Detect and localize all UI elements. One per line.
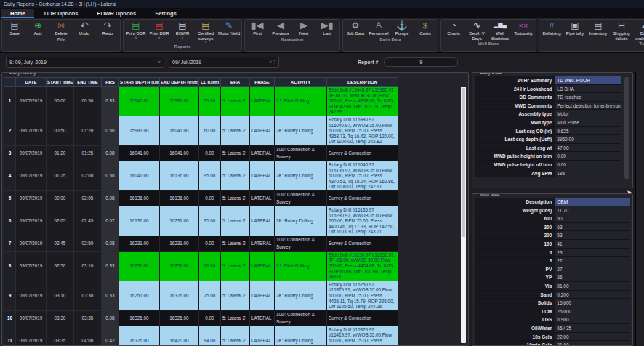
cell-10[interactable]: 2K: Rotary Drilling [275,116,327,145]
cell-9[interactable]: LATERAL [250,190,275,206]
depth-v-days-button[interactable]: ∿Depth V Days [465,20,488,41]
cell-5[interactable]: 16326.00 [119,326,160,346]
cell-4[interactable]: 0.50 [102,116,119,145]
cell-10[interactable]: 2K: Rotary Drilling [275,161,327,190]
mud-data-value-600[interactable]: 90 [555,214,630,222]
cell-10[interactable]: 10D: Connection & Survey [275,190,327,206]
mud-data-value-6[interactable]: 23 [555,249,630,257]
cell-4[interactable]: 0.08 [102,310,119,326]
mud-data-value-300[interactable]: 63 [555,223,630,231]
cell-3[interactable]: 01:20 [74,116,102,145]
daily-data-value-avg-spm[interactable]: 195 [555,169,621,177]
daily-data-value-mwd-pulse-height-off-btm[interactable]: 0.00 [555,161,621,169]
mud-data-value-vis[interactable]: 81.00 [555,282,630,290]
pumps-button[interactable]: ⚓Pumps [390,20,414,36]
cell-8[interactable]: 5: Lateral 2 [221,206,250,236]
cell-11[interactable]: Slide Drill f/16230.97 t/16250.97, TF -9… [327,251,398,281]
mud-data-value-description[interactable]: OBM [555,198,630,206]
redo-button[interactable]: ↷Redo [96,20,119,36]
daily-data-value-last-csg-od-in[interactable]: 9.625 [555,127,621,135]
table-scrollbar[interactable] [461,86,466,343]
cell-8[interactable]: 5: Lateral 2 [221,251,250,281]
column-header-end-time[interactable]: END TIME [74,78,102,86]
cell-0[interactable]: 4 [4,161,16,190]
cell-11[interactable]: Rotary Drill f/16250.97 t/16325.97, w/WO… [327,281,398,310]
shipping-tickets-button[interactable]: ⊟Shipping tickets [610,20,633,41]
tortuosity-button[interactable]: ××Tortuosity [512,20,535,36]
cell-8[interactable]: 5: Lateral 2 [221,190,250,206]
cell-5[interactable]: 16041.00 [119,145,160,161]
date-spinner[interactable]: 09/ Jul /2019 ˅ ▴▾ [169,57,279,68]
cell-2[interactable]: 01:25 [47,161,74,190]
cell-10[interactable]: 2K: Rotary Drilling [275,326,327,346]
cell-2[interactable]: 03:10 [47,281,74,310]
cell-1[interactable]: 09/07/2019 [16,161,47,190]
eowr-button[interactable]: ▤EOWR˅ [171,20,194,39]
cell-6[interactable]: 16326.00 [160,310,199,326]
report-number-input[interactable]: 9 [384,57,458,67]
cell-3[interactable]: 02:45 [74,206,102,236]
cell-3[interactable]: 01:25 [74,145,102,161]
cell-3[interactable]: 03:35 [74,310,102,326]
cell-5[interactable]: 15946.00 [119,86,160,116]
cell-1[interactable]: 09/07/2019 [16,145,47,161]
cell-2[interactable]: 02:00 [47,190,74,206]
cell-2[interactable]: 02:05 [47,206,74,236]
inventory-button[interactable]: ▤Inventory [587,20,610,36]
cell-5[interactable]: 15981.00 [119,116,160,145]
daily-data-value-last-csg-wt[interactable]: 47.00 [555,144,621,152]
mud-data-value-100[interactable]: 41 [555,240,630,248]
tab-settings[interactable]: Settings [146,9,185,18]
drillstring-button[interactable]: //Drillstring [540,20,563,36]
cell-11[interactable]: Rotary Drill f/15980.97 t/16040.97, w/WO… [327,116,398,145]
cell-4[interactable]: 0.33 [102,281,119,310]
cell-9[interactable]: LATERAL [250,310,275,326]
cell-6[interactable]: 16136.00 [160,190,199,206]
cell-4[interactable]: 0.67 [102,206,119,236]
mud-data-value-200[interactable]: 53 [555,231,630,239]
cell-1[interactable]: 09/07/2019 [16,86,47,116]
save-button[interactable]: ▤Save [3,20,26,36]
mud-data-value-pv[interactable]: 27 [555,265,630,273]
cell-2[interactable]: 00:50 [47,116,74,145]
cell-1[interactable]: 09/07/2019 [16,281,47,310]
previous-button[interactable]: ◀Previous [269,20,292,36]
charts-button[interactable]: ◔Charts [442,20,465,36]
cell-10[interactable]: 10D: Connection & Survey [275,145,327,161]
cell-9[interactable]: LATERAL [250,251,275,281]
cell-7[interactable]: 35.00 [199,86,221,116]
cell-10[interactable]: 2K: Rotary Drilling [275,281,327,310]
cell-11[interactable]: Rotary Drill f/16325.97 t/16419.97, w/WO… [327,326,398,346]
column-header-activity[interactable]: ACTIVITY [275,78,327,86]
cell-1[interactable]: 09/07/2019 [16,206,47,236]
last-button[interactable]: ▶▮Last [315,20,339,36]
cell-2[interactable]: 00:00 [47,86,74,116]
cell-10[interactable]: 10D: Connection & Survey [275,310,327,326]
job-data-button[interactable]: ⚙Job Data [344,20,367,36]
cell-1[interactable]: 09/07/2019 [16,236,47,251]
print-ddr-button[interactable]: ▤Print DDR˅ [148,20,171,39]
column-header-description[interactable]: DESCRIPTION [327,78,398,86]
cell-4[interactable]: 0.08 [102,190,119,206]
cell-6[interactable]: 15981.00 [160,86,199,116]
cell-11[interactable]: Slide Drill f/15945.97 t/15980.97, TF 88… [327,86,398,116]
cell-11[interactable]: Survey & Connection [327,190,398,206]
cell-1[interactable]: 09/07/2019 [16,190,47,206]
column-header-phase[interactable]: PHASE [250,78,275,86]
cell-6[interactable]: 16231.00 [160,206,199,236]
column-header-cl-usft[interactable]: CL (Usft) [199,78,221,86]
cell-0[interactable]: 5 [4,190,16,206]
cell-6[interactable]: 16041.00 [160,116,199,145]
spinner-arrows-icon[interactable]: ▴▾ [274,59,275,65]
cell-6[interactable]: 16420.00 [160,326,199,346]
cell-7[interactable]: 0.00 [199,145,221,161]
cell-6[interactable]: 16251.00 [160,251,199,281]
cell-7[interactable]: 20.00 [199,251,221,281]
cell-10[interactable]: 2K: Rotary Drilling [275,206,327,236]
certified-surveys-button[interactable]: ▤Certified surveys˅ [194,20,217,44]
cell-2[interactable]: 01:20 [47,145,74,161]
cell-5[interactable]: 16231.00 [119,251,160,281]
daily-data-scrollbar[interactable] [624,77,629,179]
cell-9[interactable]: LATERAL [250,236,275,251]
cell-4[interactable]: 0.83 [102,86,119,116]
